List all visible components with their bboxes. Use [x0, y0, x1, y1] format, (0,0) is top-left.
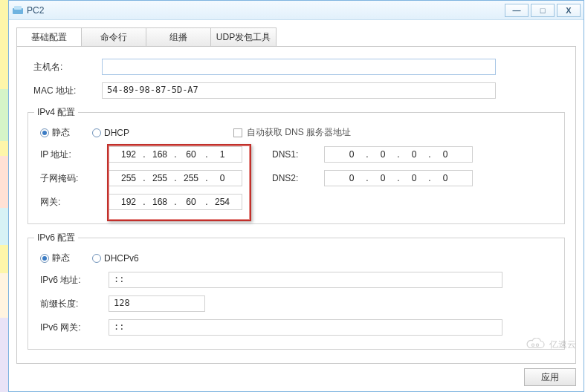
tab-udp-tool[interactable]: UDP发包工具 — [211, 28, 276, 46]
gateway-input[interactable]: 192. 168. 60. 254 — [109, 194, 242, 210]
watermark: 亿速云 — [524, 338, 576, 351]
dns1-c[interactable]: 0 — [401, 149, 427, 160]
ipv6-group: IPv6 配置 静态 DHCPv6 IPv6 地址: :: 前 — [28, 232, 565, 350]
ip-c[interactable]: 60 — [178, 149, 204, 160]
ipv6-radio-static[interactable]: 静态 — [40, 252, 70, 264]
gw-d[interactable]: 254 — [210, 197, 235, 207]
gw-c[interactable]: 60 — [178, 197, 204, 207]
title-bar[interactable]: PC2 — □ X — [9, 1, 584, 20]
ipv6-addr-input[interactable]: :: — [109, 272, 502, 288]
auto-dns-label: 自动获取 DNS 服务器地址 — [247, 126, 351, 139]
dns1-d[interactable]: 0 — [433, 149, 458, 160]
ipv6-radio-dhcpv6[interactable]: DHCPv6 — [92, 253, 139, 264]
ipv4-radio-static[interactable]: 静态 — [40, 126, 70, 139]
svg-point-3 — [536, 344, 538, 346]
dns2-c[interactable]: 0 — [401, 173, 427, 183]
ipv6-radio-dhcpv6-label: DHCPv6 — [104, 253, 139, 264]
ipv4-radio-dhcp[interactable]: DHCP — [92, 128, 129, 138]
mask-c[interactable]: 255 — [178, 173, 204, 183]
dns2-label: DNS2: — [272, 173, 324, 183]
ipv4-group: IPv4 配置 静态 DHCP 自动获取 DNS 服务器地址 — [28, 106, 565, 224]
cloud-icon — [524, 338, 546, 351]
ipv4-radio-static-label: 静态 — [52, 126, 70, 139]
radio-unchecked-icon — [92, 128, 101, 137]
maximize-button[interactable]: □ — [531, 4, 555, 17]
ipv4-legend: IPv4 配置 — [34, 106, 78, 119]
tab-panel-basic: 主机名: MAC 地址: 54-89-98-87-5D-A7 IPv4 配置 静… — [16, 46, 576, 364]
hostname-input[interactable] — [102, 59, 496, 75]
mask-b[interactable]: 255 — [147, 173, 172, 183]
ipv6-legend: IPv6 配置 — [34, 232, 78, 244]
dns2-a[interactable]: 0 — [339, 173, 364, 183]
auto-dns-checkbox[interactable]: 自动获取 DNS 服务器地址 — [233, 126, 351, 139]
radio-checked-icon — [40, 254, 49, 263]
window-title: PC2 — [27, 5, 44, 16]
ip-label: IP 地址: — [34, 148, 109, 161]
svg-point-2 — [531, 344, 534, 346]
ipv6-gw-label: IPv6 网关: — [34, 321, 109, 334]
svg-rect-1 — [14, 6, 22, 10]
close-button[interactable]: X — [557, 4, 581, 17]
dns1-b[interactable]: 0 — [370, 149, 395, 160]
dns2-b[interactable]: 0 — [370, 173, 395, 183]
ip-input[interactable]: 192. 168. 60. 1 — [109, 146, 242, 163]
dns1-input[interactable]: 0. 0. 0. 0 — [324, 146, 473, 163]
mask-input[interactable]: 255. 255. 255. 0 — [109, 170, 242, 186]
tab-bar: 基础配置 命令行 组播 UDP发包工具 — [16, 27, 277, 46]
mac-label: MAC 地址: — [28, 85, 102, 97]
gateway-label: 网关: — [34, 196, 109, 209]
ipv6-prefix-label: 前缀长度: — [34, 298, 109, 310]
dns2-input[interactable]: 0. 0. 0. 0 — [324, 170, 473, 186]
tab-multicast[interactable]: 组播 — [146, 28, 211, 46]
app-icon — [12, 4, 24, 16]
ipv4-radio-dhcp-label: DHCP — [104, 128, 129, 138]
hostname-label: 主机名: — [28, 61, 102, 74]
tab-basic[interactable]: 基础配置 — [17, 28, 82, 46]
gw-a[interactable]: 192 — [116, 197, 141, 207]
dns2-d[interactable]: 0 — [433, 173, 458, 183]
ip-b[interactable]: 168 — [147, 149, 172, 160]
ipv6-prefix-input[interactable]: 128 — [109, 295, 205, 312]
app-window: PC2 — □ X 基础配置 命令行 组播 UDP发包工具 主机名: MAC 地… — [8, 0, 584, 392]
minimize-button[interactable]: — — [505, 4, 529, 17]
ipv6-addr-label: IPv6 地址: — [34, 274, 109, 287]
mask-d[interactable]: 0 — [210, 173, 235, 183]
mask-label: 子网掩码: — [34, 172, 109, 185]
dns1-label: DNS1: — [272, 149, 324, 160]
watermark-text: 亿速云 — [549, 339, 576, 351]
mac-value: 54-89-98-87-5D-A7 — [102, 82, 496, 99]
gw-b[interactable]: 168 — [147, 197, 172, 207]
apply-button[interactable]: 应用 — [524, 368, 576, 386]
mask-a[interactable]: 255 — [116, 173, 141, 183]
radio-checked-icon — [40, 128, 49, 137]
ipv6-radio-static-label: 静态 — [52, 252, 70, 264]
radio-unchecked-icon — [92, 254, 101, 263]
dns1-a[interactable]: 0 — [339, 149, 364, 160]
ipv6-gw-input[interactable]: :: — [109, 319, 502, 336]
ip-a[interactable]: 192 — [116, 149, 141, 160]
ip-d[interactable]: 1 — [210, 149, 235, 160]
tab-cli[interactable]: 命令行 — [82, 28, 146, 46]
checkbox-unchecked-icon — [233, 128, 242, 137]
